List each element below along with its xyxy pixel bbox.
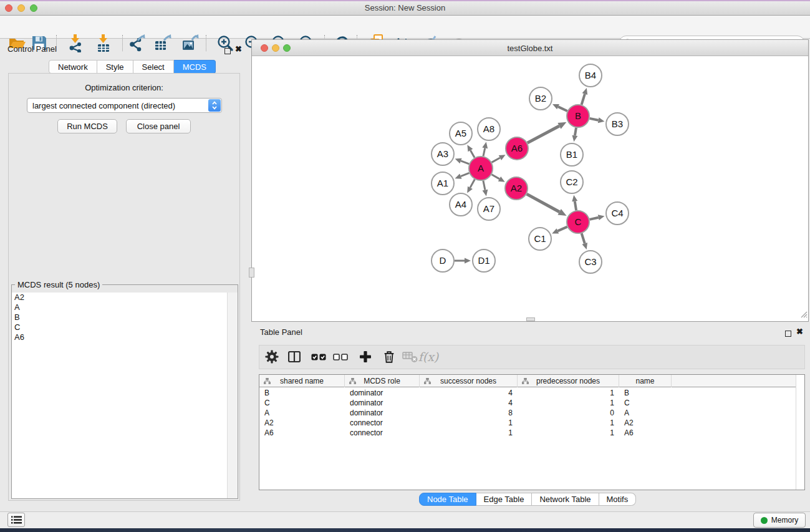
edge-arrowhead bbox=[455, 158, 462, 163]
edge-C-C3[interactable] bbox=[582, 233, 585, 243]
cell-name: A2 bbox=[619, 418, 672, 427]
graph-node-label: C bbox=[575, 216, 582, 227]
graph-node-label: B bbox=[575, 110, 581, 121]
column-view-icon[interactable] bbox=[284, 347, 305, 367]
column-header-successor-nodes[interactable]: successor nodes bbox=[420, 375, 518, 387]
edge-C-C4[interactable] bbox=[590, 218, 599, 220]
edge-A2-C[interactable] bbox=[527, 194, 559, 212]
tab-select[interactable]: Select bbox=[133, 60, 174, 74]
network-window-titlebar[interactable]: testGlobe.txt bbox=[252, 40, 808, 56]
edge-A-A3[interactable] bbox=[461, 161, 469, 164]
tab-edge-table[interactable]: Edge Table bbox=[476, 493, 533, 506]
graph-node-label: D bbox=[440, 255, 446, 266]
graph-node-label: D1 bbox=[478, 255, 489, 266]
table-row[interactable]: Cdominator41C bbox=[259, 398, 804, 408]
table-row[interactable]: Adominator80A bbox=[259, 408, 804, 418]
graph-node-label: A4 bbox=[455, 199, 466, 210]
table-panel-close-icon[interactable]: ✖ bbox=[796, 328, 803, 336]
select-all-checkboxes-icon[interactable] bbox=[308, 347, 329, 367]
table-row[interactable]: Bdominator41B bbox=[259, 388, 804, 398]
column-header-shared-name[interactable]: shared name bbox=[259, 375, 345, 387]
column-header-predecessor-nodes[interactable]: predecessor nodes bbox=[518, 375, 619, 387]
cell-shared-name: B bbox=[259, 389, 345, 397]
graph-node-label: A1 bbox=[437, 178, 448, 188]
cell-mcds-role: dominator bbox=[345, 399, 420, 407]
edge-A-A6[interactable] bbox=[492, 158, 500, 162]
function-builder-icon[interactable]: f(x) bbox=[415, 347, 441, 367]
close-panel-button[interactable]: Close panel bbox=[126, 119, 191, 133]
export-table-icon[interactable] bbox=[152, 33, 173, 53]
table-row[interactable]: A2connector11A2 bbox=[259, 418, 804, 428]
tab-mcds[interactable]: MCDS bbox=[174, 60, 216, 74]
edge-A-A2[interactable] bbox=[491, 175, 499, 179]
tab-node-table[interactable]: Node Table bbox=[419, 493, 476, 506]
bottom-split-handle[interactable] bbox=[526, 317, 535, 321]
cell-shared-name: A2 bbox=[259, 418, 345, 427]
run-mcds-button[interactable]: Run MCDS bbox=[57, 119, 117, 133]
edge-arrowhead bbox=[582, 243, 587, 249]
control-panel-close-icon[interactable]: ✖ bbox=[235, 46, 242, 53]
settings-gear-icon[interactable] bbox=[261, 347, 282, 367]
edge-arrowhead bbox=[598, 117, 605, 123]
edge-A-A4[interactable] bbox=[470, 180, 475, 188]
mcds-result-item[interactable]: A bbox=[12, 302, 238, 312]
edge-C-C2[interactable] bbox=[575, 201, 576, 211]
mcds-result-item[interactable]: B bbox=[12, 312, 238, 322]
mcds-result-list[interactable]: A2ABCA6 bbox=[12, 293, 238, 498]
network-graph[interactable]: B4B2BB3A5A8A6A3B1AA1C2A2A4A7C4CC1DD1C3 bbox=[252, 56, 808, 322]
mcds-result-item[interactable]: A6 bbox=[12, 332, 238, 342]
cell-mcds-role: dominator bbox=[345, 389, 420, 397]
table-panel-float-icon[interactable] bbox=[785, 328, 791, 339]
resize-grip-icon[interactable] bbox=[799, 309, 808, 321]
criterion-dropdown[interactable]: largest connected component (directed) bbox=[27, 98, 222, 113]
edge-B-B4[interactable] bbox=[582, 94, 585, 105]
table-scrollbar[interactable] bbox=[796, 375, 804, 490]
import-table-icon[interactable] bbox=[93, 33, 114, 53]
edge-B-B1[interactable] bbox=[575, 128, 576, 136]
main-toolbar bbox=[0, 16, 810, 39]
dropdown-stepper-icon bbox=[208, 99, 221, 112]
edge-A6-B[interactable] bbox=[528, 126, 559, 143]
mcds-result-item[interactable]: A2 bbox=[12, 293, 238, 302]
tab-network[interactable]: Network bbox=[49, 60, 97, 74]
edge-B-B2[interactable] bbox=[558, 107, 567, 111]
edge-C-C1[interactable] bbox=[557, 227, 567, 231]
edge-B-B3[interactable] bbox=[590, 118, 599, 120]
mcds-result-item[interactable]: C bbox=[12, 322, 238, 332]
cell-mcds-role: connector bbox=[345, 418, 420, 427]
left-split-handle[interactable] bbox=[249, 268, 254, 278]
add-column-icon[interactable] bbox=[355, 347, 376, 367]
memory-button[interactable]: Memory bbox=[753, 513, 806, 528]
export-network-icon[interactable] bbox=[126, 33, 147, 53]
table-row[interactable]: A6connector11A6 bbox=[259, 428, 804, 438]
graph-node-label: A3 bbox=[437, 148, 448, 159]
edge-arrowhead bbox=[482, 142, 488, 149]
edge-A-A5[interactable] bbox=[470, 150, 475, 158]
export-image-icon[interactable] bbox=[180, 33, 201, 53]
mcds-result-scrollbar[interactable] bbox=[227, 293, 238, 498]
cell-predecessor-nodes: 1 bbox=[518, 428, 619, 437]
table-header-row: shared nameMCDS rolesuccessor nodesprede… bbox=[259, 375, 804, 387]
delete-column-icon[interactable] bbox=[378, 347, 400, 367]
column-header-mcds-role[interactable]: MCDS role bbox=[345, 375, 420, 387]
network-view-window: testGlobe.txt B4B2BB3A5A8A6A3B1AA1C2A2A4… bbox=[251, 39, 809, 322]
task-history-button[interactable] bbox=[7, 513, 25, 527]
tab-network-table[interactable]: Network Table bbox=[532, 493, 599, 506]
graph-node-label: C3 bbox=[584, 256, 596, 267]
graph-node-label: A8 bbox=[483, 123, 494, 134]
cell-successor-nodes: 1 bbox=[420, 428, 518, 437]
edge-A-A8[interactable] bbox=[483, 148, 485, 156]
control-panel-float-icon[interactable] bbox=[224, 46, 231, 57]
deselect-all-checkboxes-icon[interactable] bbox=[330, 347, 351, 367]
titlebar: Session: New Session bbox=[0, 0, 810, 16]
list-icon bbox=[11, 516, 22, 524]
tab-motifs[interactable]: Motifs bbox=[599, 493, 637, 506]
memory-status-icon bbox=[761, 517, 768, 524]
graph-node-label: B2 bbox=[535, 93, 546, 104]
edge-arrowhead bbox=[582, 88, 588, 95]
import-network-icon[interactable] bbox=[65, 33, 86, 53]
tab-style[interactable]: Style bbox=[97, 60, 133, 74]
column-header-name[interactable]: name bbox=[619, 375, 672, 387]
edge-A-A7[interactable] bbox=[483, 181, 485, 190]
edge-A-A1[interactable] bbox=[461, 173, 470, 176]
